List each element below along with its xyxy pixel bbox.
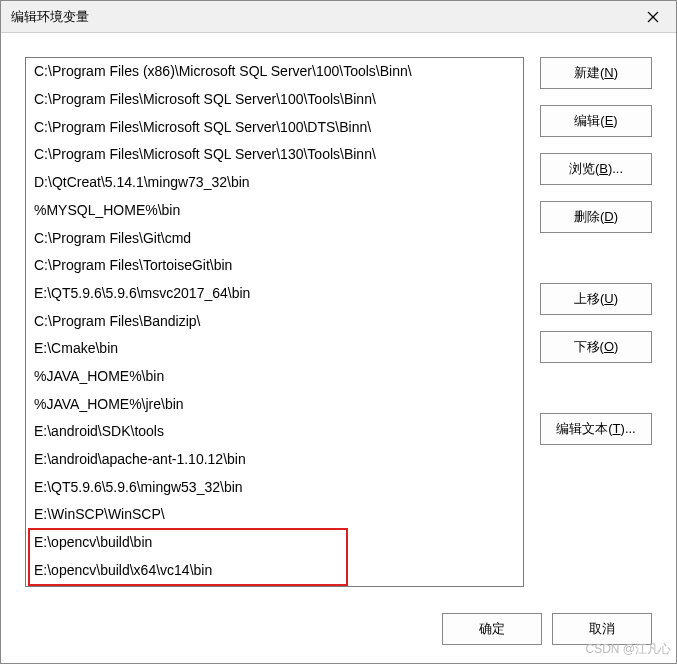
dialog-footer: 确定 取消 — [25, 613, 652, 645]
list-item[interactable]: C:\Program Files\Microsoft SQL Server\13… — [26, 141, 523, 169]
list-item[interactable]: E:\WinSCP\WinSCP\ — [26, 501, 523, 529]
list-item[interactable]: C:\Program Files\Git\cmd — [26, 225, 523, 253]
list-item[interactable]: E:\QT5.9.6\5.9.6\msvc2017_64\bin — [26, 280, 523, 308]
list-item[interactable]: E:\opencv\build\bin — [26, 529, 523, 557]
list-item[interactable]: C:\Program Files\Microsoft SQL Server\10… — [26, 86, 523, 114]
close-icon — [647, 11, 659, 23]
listbox-wrap: %SYSTEMROOT%\System32\WindowsPowerShell\… — [25, 57, 524, 593]
list-item[interactable]: D:\QtCreat\5.14.1\mingw73_32\bin — [26, 169, 523, 197]
move-up-button[interactable]: 上移(U) — [540, 283, 652, 315]
list-item[interactable]: E:\Cmake\bin — [26, 335, 523, 363]
delete-button[interactable]: 删除(D) — [540, 201, 652, 233]
path-listbox[interactable]: %SYSTEMROOT%\System32\WindowsPowerShell\… — [25, 57, 524, 587]
edit-button[interactable]: 编辑(E) — [540, 105, 652, 137]
dialog-content: %SYSTEMROOT%\System32\WindowsPowerShell\… — [1, 33, 676, 663]
dialog-title: 编辑环境变量 — [11, 8, 89, 26]
list-item[interactable]: %MYSQL_HOME%\bin — [26, 197, 523, 225]
list-item[interactable]: %JAVA_HOME%\jre\bin — [26, 391, 523, 419]
dialog-window: 编辑环境变量 %SYSTEMROOT%\System32\WindowsPowe… — [0, 0, 677, 664]
new-button[interactable]: 新建(N) — [540, 57, 652, 89]
list-item[interactable]: C:\Program Files\Microsoft SQL Server\10… — [26, 114, 523, 142]
main-row: %SYSTEMROOT%\System32\WindowsPowerShell\… — [25, 57, 652, 593]
close-button[interactable] — [630, 1, 676, 33]
list-item[interactable]: C:\Program Files\Bandizip\ — [26, 308, 523, 336]
list-item[interactable]: E:\opencv\build\x64\vc14\bin — [26, 557, 523, 585]
list-item[interactable]: C:\Program Files\TortoiseGit\bin — [26, 252, 523, 280]
list-item[interactable]: E:\QT5.9.6\5.9.6\mingw53_32\bin — [26, 474, 523, 502]
titlebar: 编辑环境变量 — [1, 1, 676, 33]
list-item[interactable]: E:\android\apache-ant-1.10.12\bin — [26, 446, 523, 474]
list-item[interactable]: E:\android\SDK\tools — [26, 418, 523, 446]
cancel-button[interactable]: 取消 — [552, 613, 652, 645]
list-item[interactable]: %JAVA_HOME%\bin — [26, 363, 523, 391]
list-item[interactable]: C:\Program Files (x86)\Microsoft SQL Ser… — [26, 58, 523, 86]
browse-button[interactable]: 浏览(B)... — [540, 153, 652, 185]
move-down-button[interactable]: 下移(O) — [540, 331, 652, 363]
ok-button[interactable]: 确定 — [442, 613, 542, 645]
side-buttons: 新建(N) 编辑(E) 浏览(B)... 删除(D) 上移(U) 下移(O) 编… — [540, 57, 652, 593]
edit-text-button[interactable]: 编辑文本(T)... — [540, 413, 652, 445]
